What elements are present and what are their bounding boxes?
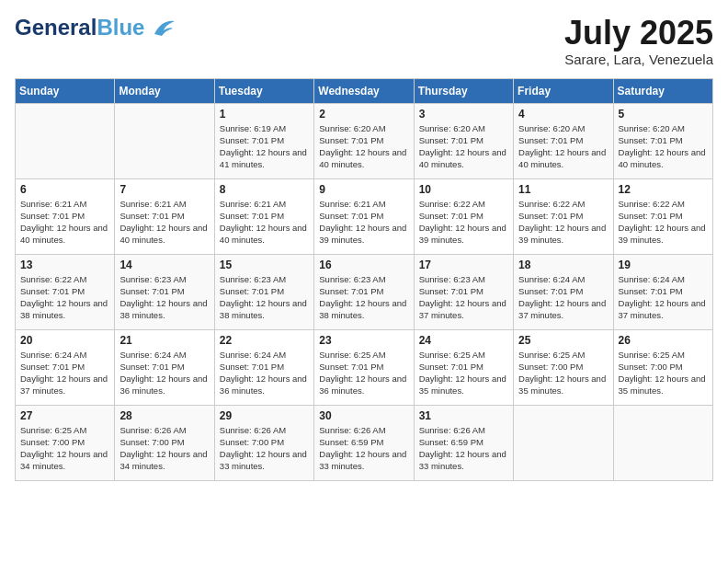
calendar-cell: 20Sunrise: 6:24 AM Sunset: 7:01 PM Dayli… [16, 329, 115, 405]
day-number: 17 [419, 259, 508, 271]
day-info: Sunrise: 6:23 AM Sunset: 7:01 PM Dayligh… [119, 273, 209, 322]
day-number: 9 [319, 183, 408, 196]
calendar-cell: 9Sunrise: 6:21 AM Sunset: 7:01 PM Daylig… [314, 178, 414, 254]
calendar-week-row: 27Sunrise: 6:25 AM Sunset: 7:00 PM Dayli… [16, 405, 713, 480]
day-header-friday: Friday [514, 78, 613, 103]
logo-bird-icon [147, 17, 176, 38]
calendar-table: SundayMondayTuesdayWednesdayThursdayFrid… [15, 78, 713, 481]
calendar-cell [514, 405, 613, 480]
day-info: Sunrise: 6:20 AM Sunset: 7:01 PM Dayligh… [518, 122, 608, 171]
day-info: Sunrise: 6:24 AM Sunset: 7:01 PM Dayligh… [619, 273, 708, 322]
calendar-cell: 30Sunrise: 6:26 AM Sunset: 6:59 PM Dayli… [314, 405, 414, 480]
calendar-cell: 18Sunrise: 6:24 AM Sunset: 7:01 PM Dayli… [514, 254, 613, 329]
calendar-cell: 21Sunrise: 6:24 AM Sunset: 7:01 PM Dayli… [115, 329, 214, 405]
calendar-cell: 8Sunrise: 6:21 AM Sunset: 7:01 PM Daylig… [214, 178, 313, 254]
day-number: 1 [220, 108, 309, 121]
calendar-cell: 28Sunrise: 6:26 AM Sunset: 7:00 PM Dayli… [115, 405, 214, 480]
calendar-cell: 5Sunrise: 6:20 AM Sunset: 7:01 PM Daylig… [613, 103, 712, 178]
calendar-cell: 11Sunrise: 6:22 AM Sunset: 7:01 PM Dayli… [514, 178, 613, 254]
calendar-cell: 13Sunrise: 6:22 AM Sunset: 7:01 PM Dayli… [16, 254, 115, 329]
calendar-cell: 17Sunrise: 6:23 AM Sunset: 7:01 PM Dayli… [414, 254, 513, 329]
day-info: Sunrise: 6:23 AM Sunset: 7:01 PM Dayligh… [319, 273, 408, 322]
day-number: 27 [20, 409, 109, 422]
day-info: Sunrise: 6:23 AM Sunset: 7:01 PM Dayligh… [419, 273, 508, 322]
day-number: 2 [319, 108, 408, 121]
calendar-cell: 24Sunrise: 6:25 AM Sunset: 7:01 PM Dayli… [414, 329, 513, 405]
calendar-cell: 19Sunrise: 6:24 AM Sunset: 7:01 PM Dayli… [613, 254, 712, 329]
day-number: 19 [619, 259, 708, 271]
calendar-cell [613, 405, 712, 480]
logo-general: General [15, 15, 97, 40]
calendar-cell: 3Sunrise: 6:20 AM Sunset: 7:01 PM Daylig… [414, 103, 513, 178]
day-number: 28 [119, 409, 209, 422]
day-header-monday: Monday [115, 78, 214, 103]
day-number: 16 [319, 259, 408, 271]
day-info: Sunrise: 6:26 AM Sunset: 6:59 PM Dayligh… [419, 424, 508, 473]
calendar-cell: 25Sunrise: 6:25 AM Sunset: 7:00 PM Dayli… [514, 329, 613, 405]
day-number: 11 [518, 183, 608, 196]
calendar-cell: 1Sunrise: 6:19 AM Sunset: 7:01 PM Daylig… [214, 103, 313, 178]
day-info: Sunrise: 6:26 AM Sunset: 7:00 PM Dayligh… [220, 424, 309, 473]
day-info: Sunrise: 6:25 AM Sunset: 7:00 PM Dayligh… [619, 349, 708, 397]
day-info: Sunrise: 6:21 AM Sunset: 7:01 PM Dayligh… [220, 198, 309, 247]
day-number: 8 [220, 183, 309, 196]
day-number: 13 [20, 259, 109, 271]
day-header-tuesday: Tuesday [214, 78, 313, 103]
calendar-cell: 16Sunrise: 6:23 AM Sunset: 7:01 PM Dayli… [314, 254, 414, 329]
calendar-cell: 12Sunrise: 6:22 AM Sunset: 7:01 PM Dayli… [613, 178, 712, 254]
day-info: Sunrise: 6:25 AM Sunset: 7:00 PM Dayligh… [20, 424, 109, 473]
day-header-wednesday: Wednesday [314, 78, 414, 103]
day-info: Sunrise: 6:19 AM Sunset: 7:01 PM Dayligh… [220, 122, 309, 171]
day-number: 21 [119, 334, 209, 347]
day-number: 24 [419, 334, 508, 347]
calendar-cell: 6Sunrise: 6:21 AM Sunset: 7:01 PM Daylig… [16, 178, 115, 254]
day-info: Sunrise: 6:21 AM Sunset: 7:01 PM Dayligh… [20, 198, 109, 247]
calendar-cell: 14Sunrise: 6:23 AM Sunset: 7:01 PM Dayli… [115, 254, 214, 329]
day-number: 6 [20, 183, 109, 196]
day-header-sunday: Sunday [16, 78, 115, 103]
day-number: 12 [619, 183, 708, 196]
day-number: 5 [619, 108, 708, 121]
calendar-cell: 7Sunrise: 6:21 AM Sunset: 7:01 PM Daylig… [115, 178, 214, 254]
page-header: GeneralBlue July 2025 Sarare, Lara, Vene… [15, 15, 713, 67]
day-info: Sunrise: 6:25 AM Sunset: 7:00 PM Dayligh… [518, 349, 608, 397]
day-number: 4 [518, 108, 608, 121]
calendar-cell [115, 103, 214, 178]
calendar-cell: 26Sunrise: 6:25 AM Sunset: 7:00 PM Dayli… [613, 329, 712, 405]
day-info: Sunrise: 6:25 AM Sunset: 7:01 PM Dayligh… [319, 349, 408, 397]
day-header-saturday: Saturday [613, 78, 712, 103]
day-header-thursday: Thursday [414, 78, 513, 103]
logo-text: GeneralBlue [15, 15, 144, 40]
day-info: Sunrise: 6:24 AM Sunset: 7:01 PM Dayligh… [119, 349, 209, 397]
day-info: Sunrise: 6:22 AM Sunset: 7:01 PM Dayligh… [20, 273, 109, 322]
day-number: 15 [220, 259, 309, 271]
calendar-header-row: SundayMondayTuesdayWednesdayThursdayFrid… [16, 78, 713, 103]
logo: GeneralBlue [15, 15, 176, 40]
day-info: Sunrise: 6:22 AM Sunset: 7:01 PM Dayligh… [518, 198, 608, 247]
day-info: Sunrise: 6:20 AM Sunset: 7:01 PM Dayligh… [419, 122, 508, 171]
calendar-week-row: 1Sunrise: 6:19 AM Sunset: 7:01 PM Daylig… [16, 103, 713, 178]
day-number: 22 [220, 334, 309, 347]
day-number: 10 [419, 183, 508, 196]
day-number: 25 [518, 334, 608, 347]
calendar-cell: 4Sunrise: 6:20 AM Sunset: 7:01 PM Daylig… [514, 103, 613, 178]
month-year-title: July 2025 [564, 15, 713, 52]
calendar-cell: 29Sunrise: 6:26 AM Sunset: 7:00 PM Dayli… [214, 405, 313, 480]
day-number: 23 [319, 334, 408, 347]
logo-blue: Blue [97, 15, 144, 40]
day-info: Sunrise: 6:21 AM Sunset: 7:01 PM Dayligh… [119, 198, 209, 247]
day-number: 26 [619, 334, 708, 347]
day-info: Sunrise: 6:20 AM Sunset: 7:01 PM Dayligh… [619, 122, 708, 171]
day-info: Sunrise: 6:22 AM Sunset: 7:01 PM Dayligh… [419, 198, 508, 247]
calendar-week-row: 6Sunrise: 6:21 AM Sunset: 7:01 PM Daylig… [16, 178, 713, 254]
day-info: Sunrise: 6:23 AM Sunset: 7:01 PM Dayligh… [220, 273, 309, 322]
location-subtitle: Sarare, Lara, Venezuela [564, 52, 713, 67]
calendar-cell [16, 103, 115, 178]
day-info: Sunrise: 6:26 AM Sunset: 7:00 PM Dayligh… [119, 424, 209, 473]
day-info: Sunrise: 6:25 AM Sunset: 7:01 PM Dayligh… [419, 349, 508, 397]
day-info: Sunrise: 6:26 AM Sunset: 6:59 PM Dayligh… [319, 424, 408, 473]
day-number: 31 [419, 409, 508, 422]
day-info: Sunrise: 6:21 AM Sunset: 7:01 PM Dayligh… [319, 198, 408, 247]
calendar-cell: 31Sunrise: 6:26 AM Sunset: 6:59 PM Dayli… [414, 405, 513, 480]
day-info: Sunrise: 6:20 AM Sunset: 7:01 PM Dayligh… [319, 122, 408, 171]
